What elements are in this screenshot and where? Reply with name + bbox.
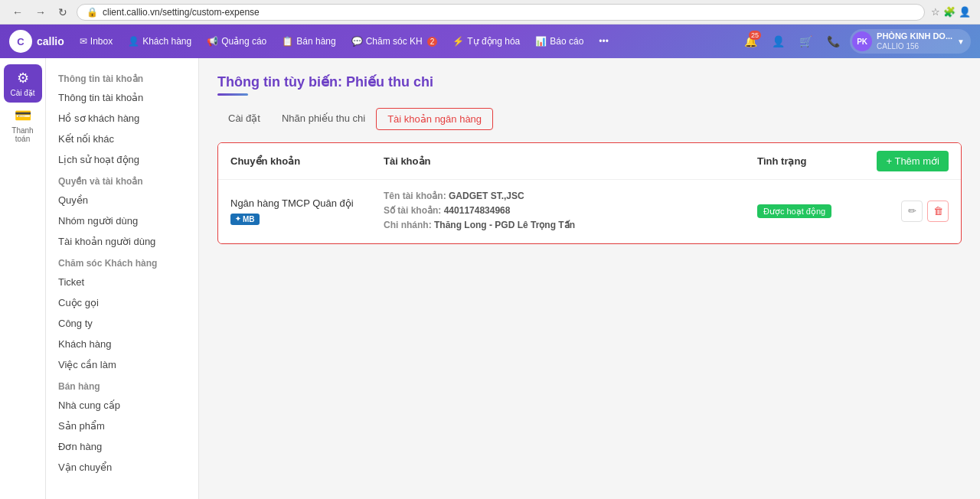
status-badge: Được hoạt động: [757, 204, 831, 218]
extensions-icon[interactable]: 🧩: [943, 6, 956, 18]
notification-badge: 25: [749, 31, 761, 40]
bookmark-icon[interactable]: ☆: [931, 6, 940, 18]
bao-cao-icon: 📊: [535, 36, 547, 47]
col-header-tai-khoan: Tài khoản: [384, 155, 757, 167]
delete-button[interactable]: 🗑: [927, 201, 949, 222]
sidebar-link-cong-ty[interactable]: Công ty: [46, 313, 198, 334]
table-row: Ngân hàng TMCP Quân đội ✦ MB Tên tài kho…: [218, 180, 961, 243]
sidebar-section-thong-tin: Thông tin tài khoản Thông tin tài khoản …: [46, 67, 198, 170]
user-name: PHÒNG KINH DO...: [877, 31, 952, 41]
nav-khach-hang[interactable]: 👤 Khách hàng: [122, 33, 198, 50]
section-title-thong-tin: Thông tin tài khoản: [46, 67, 198, 87]
sidebar-link-lich-su[interactable]: Lịch sử hoạt động: [46, 149, 198, 170]
url-text: client.callio.vn/setting/custom-expense: [103, 7, 260, 18]
tabs: Cài đặt Nhãn phiếu thu chi Tài khoản ngâ…: [217, 108, 962, 130]
mid-sidebar: Thông tin tài khoản Thông tin tài khoản …: [46, 58, 199, 499]
forward-button[interactable]: →: [32, 5, 49, 20]
sidebar-link-ticket[interactable]: Ticket: [46, 272, 198, 292]
user-sub: CALLIO 156: [877, 42, 952, 51]
sidebar-link-nha-cung-cap[interactable]: Nhà cung cấp: [46, 395, 198, 416]
sidebar-link-khach-hang[interactable]: Khách hàng: [46, 334, 198, 354]
col-header-action: + Thêm mới: [872, 151, 949, 171]
nav-cham-soc[interactable]: 💬 Chăm sóc KH 2: [345, 33, 444, 50]
khach-hang-icon: 👤: [128, 36, 139, 47]
gear-icon: ⚙: [17, 70, 29, 86]
cham-soc-badge: 2: [427, 37, 438, 47]
ban-hang-icon: 📋: [282, 36, 293, 47]
nav-more[interactable]: •••: [593, 33, 615, 50]
url-bar[interactable]: 🔒 client.callio.vn/setting/custom-expens…: [77, 4, 925, 21]
payment-icon: 💳: [15, 107, 31, 124]
tu-dong-hoa-icon: ⚡: [452, 36, 464, 47]
sidebar-link-van-chuyen[interactable]: Vận chuyển: [46, 457, 198, 478]
sidebar-section-ban-hang: Bán hàng Nhà cung cấp Sản phẩm Đơn hàng …: [46, 375, 198, 478]
section-title-cham-soc: Chăm sóc Khách hàng: [46, 252, 198, 272]
chevron-down-icon: ▼: [957, 38, 965, 46]
branch-row: Chi nhánh: Thăng Long - PGD Lê Trọng Tấn: [384, 218, 757, 233]
logo[interactable]: C callio: [9, 30, 64, 53]
sidebar-link-tai-khoan-nd[interactable]: Tài khoản người dùng: [46, 231, 198, 252]
tab-nhan-phieu[interactable]: Nhãn phiếu thu chi: [271, 108, 376, 130]
sidebar-item-thanh-toan[interactable]: 💳 Thanh toán: [4, 106, 42, 144]
table-header: Chuyển khoản Tài khoản Tình trạng + Thêm…: [218, 143, 961, 180]
sidebar-item-cai-dat[interactable]: ⚙ Cài đặt: [4, 64, 42, 103]
bank-name: Ngân hàng TMCP Quân đội: [230, 197, 384, 209]
account-name-row: Tên tài khoản: GADGET ST.,JSC: [384, 189, 757, 204]
account-number-row: Số tài khoản: 4401174834968: [384, 204, 757, 218]
sidebar-link-quyen[interactable]: Quyền: [46, 190, 198, 210]
mb-badge: ✦ MB: [230, 214, 260, 225]
title-underline: [217, 93, 248, 96]
cart-button[interactable]: 🛒: [795, 31, 816, 52]
address-bar: ← → ↻ 🔒 client.callio.vn/setting/custom-…: [0, 0, 980, 24]
user-menu[interactable]: PK PHÒNG KINH DO... CALLIO 156 ▼: [850, 29, 971, 54]
sidebar-link-don-hang[interactable]: Đơn hàng: [46, 436, 198, 457]
sidebar-link-nhom[interactable]: Nhóm người dùng: [46, 210, 198, 231]
sidebar-link-viec-can-lam[interactable]: Việc cần làm: [46, 354, 198, 375]
inbox-icon: ✉: [80, 36, 87, 47]
sidebar-link-thong-tin-tai-khoan[interactable]: Thông tin tài khoản: [46, 87, 198, 108]
account-icon[interactable]: 👤: [959, 6, 971, 18]
sidebar-link-ho-so[interactable]: Hồ sơ khách hàng: [46, 108, 198, 129]
nav-bao-cao[interactable]: 📊 Báo cáo: [529, 33, 590, 50]
cham-soc-icon: 💬: [351, 36, 363, 47]
bank-accounts-table: Chuyển khoản Tài khoản Tình trạng + Thêm…: [217, 142, 962, 244]
nav-quang-cao[interactable]: 📢 Quảng cáo: [201, 33, 273, 50]
nav-tu-dong-hoa[interactable]: ⚡ Tự động hóa: [446, 33, 526, 50]
tab-cai-dat[interactable]: Cài đặt: [217, 108, 271, 130]
add-new-button[interactable]: + Thêm mới: [877, 151, 949, 171]
sidebar-link-cuoc-goi[interactable]: Cuộc gọi: [46, 292, 198, 313]
top-navigation: C callio ✉ Inbox 👤 Khách hàng 📢 Quảng cá…: [0, 24, 980, 58]
sidebar-section-cham-soc: Chăm sóc Khách hàng Ticket Cuộc gọi Công…: [46, 252, 198, 375]
quang-cao-icon: 📢: [207, 36, 218, 47]
mb-logo: ✦ MB: [230, 214, 384, 225]
browser-actions: ☆ 🧩 👤: [931, 6, 971, 18]
content-area: Thông tin tùy biến: Phiếu thu chi Cài đặ…: [199, 58, 980, 499]
phone-button[interactable]: 📞: [822, 31, 844, 52]
logo-text: callio: [37, 35, 64, 47]
notifications-button[interactable]: 🔔 25: [740, 31, 761, 52]
tab-tai-khoan-ngan-hang[interactable]: Tài khoản ngân hàng: [376, 108, 493, 130]
nav-ban-hang[interactable]: 📋 Bán hàng: [276, 33, 341, 50]
nav-inbox[interactable]: ✉ Inbox: [74, 33, 119, 50]
edit-button[interactable]: ✏: [901, 201, 923, 222]
nav-right-actions: 🔔 25 👤 🛒 📞 PK PHÒNG KINH DO... CALLIO 15…: [740, 29, 971, 54]
page-title: Thông tin tùy biến: Phiếu thu chi: [217, 73, 962, 90]
sidebar-section-quyen: Quyền và tài khoản Quyền Nhóm người dùng…: [46, 170, 198, 252]
sidebar-link-san-pham[interactable]: Sản phẩm: [46, 416, 198, 436]
logo-circle: C: [9, 30, 32, 53]
col-header-chuyen-khoan: Chuyển khoản: [230, 155, 384, 167]
back-button[interactable]: ←: [9, 5, 26, 20]
left-sidebar: ⚙ Cài đặt 💳 Thanh toán: [0, 58, 46, 499]
avatar: PK: [852, 31, 872, 51]
main-layout: ⚙ Cài đặt 💳 Thanh toán Thông tin tài kho…: [0, 58, 980, 499]
contacts-button[interactable]: 👤: [767, 31, 789, 52]
account-detail: Tên tài khoản: GADGET ST.,JSC Số tài kho…: [384, 189, 757, 233]
sidebar-link-ket-noi[interactable]: Kết nối khác: [46, 129, 198, 149]
status-cell: Được hoạt động: [757, 205, 872, 217]
col-header-tinh-trang: Tình trạng: [757, 155, 872, 167]
row-actions: ✏ 🗑: [872, 201, 949, 222]
refresh-button[interactable]: ↻: [55, 5, 70, 20]
section-title-ban-hang: Bán hàng: [46, 375, 198, 395]
section-title-quyen: Quyền và tài khoản: [46, 170, 198, 190]
bank-info: Ngân hàng TMCP Quân đội ✦ MB: [230, 197, 384, 225]
